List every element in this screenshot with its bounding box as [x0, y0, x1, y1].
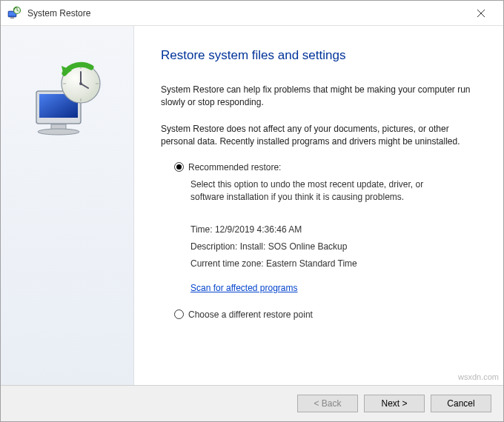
system-restore-window: System Restore	[0, 0, 504, 422]
back-button[interactable]: < Back	[297, 395, 358, 412]
svg-point-8	[38, 129, 79, 135]
radio-different-restore-point[interactable]: Choose a different restore point	[174, 309, 477, 320]
titlebar: System Restore	[1, 1, 503, 26]
wizard-footer: < Back Next > Cancel	[1, 386, 503, 421]
restore-point-details: Time: 12/9/2019 4:36:46 AM Description: …	[190, 221, 477, 272]
scan-affected-programs-link[interactable]: Scan for affected programs	[190, 283, 298, 293]
wizard-body: Restore system files and settings System…	[1, 26, 503, 386]
restore-time: Time: 12/9/2019 4:36:46 AM	[190, 221, 477, 238]
content-area: Restore system files and settings System…	[134, 26, 503, 385]
intro-paragraph-2: System Restore does not affect any of yo…	[161, 123, 477, 149]
next-button[interactable]: Next >	[364, 395, 425, 412]
restore-description: Description: Install: SOS Online Backup	[190, 238, 477, 255]
intro-paragraph-1: System Restore can help fix problems tha…	[161, 84, 477, 110]
close-button[interactable]	[465, 2, 497, 24]
sidebar	[1, 26, 134, 385]
restore-illustration-icon	[23, 56, 112, 144]
restore-timezone: Current time zone: Eastern Standard Time	[190, 255, 477, 272]
radio-label: Recommended restore:	[188, 162, 281, 173]
window-title: System Restore	[27, 8, 465, 19]
cancel-button[interactable]: Cancel	[431, 395, 491, 412]
radio-label: Choose a different restore point	[188, 309, 313, 320]
radio-icon	[174, 162, 184, 172]
recommended-description: Select this option to undo the most rece…	[190, 178, 442, 204]
svg-rect-2	[10, 17, 14, 19]
radio-icon	[174, 309, 184, 319]
page-heading: Restore system files and settings	[161, 48, 477, 63]
svg-point-14	[79, 82, 82, 85]
radio-recommended-restore[interactable]: Recommended restore:	[174, 162, 477, 173]
close-icon	[477, 9, 485, 18]
system-restore-icon	[7, 6, 21, 21]
restore-options: Recommended restore: Select this option …	[174, 162, 477, 320]
